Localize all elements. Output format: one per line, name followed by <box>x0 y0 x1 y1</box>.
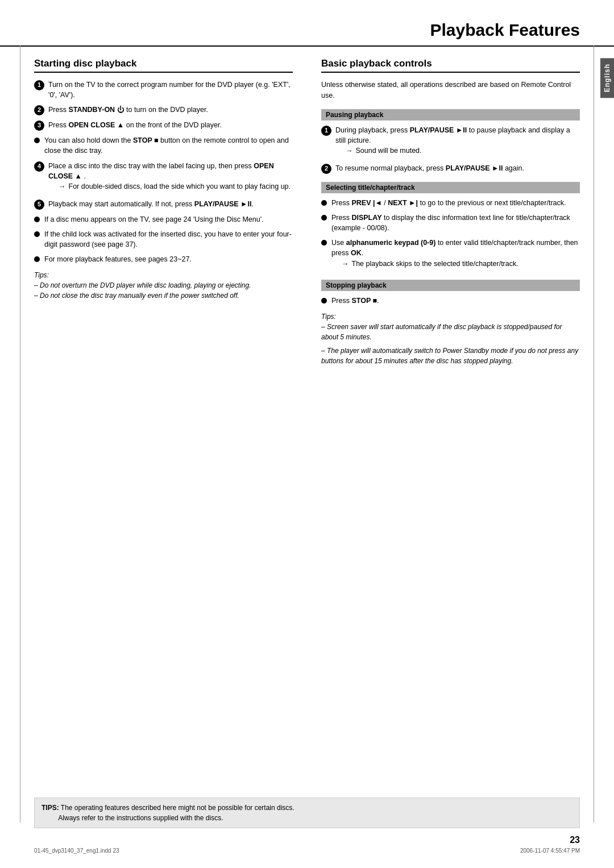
border-right <box>594 45 594 823</box>
bullet-icon <box>34 256 40 262</box>
list-item: 1 Turn on the TV to the correct program … <box>34 80 293 100</box>
tip-item: – Do not close the disc tray manually ev… <box>34 290 293 301</box>
list-item: For more playback features, see pages 23… <box>34 254 293 264</box>
item-text: Press STANDBY-ON ⏻ to turn on the DVD pl… <box>48 105 208 115</box>
subsection-pausing: Pausing playback <box>321 109 580 121</box>
footer-date: 2006-11-07 4:55:47 PM <box>520 848 580 854</box>
sub-arrow-item: → For double-sided discs, load the side … <box>48 181 293 192</box>
item-text: You can also hold down the STOP ■ button… <box>44 135 293 156</box>
right-column: English Basic playback controls Unless o… <box>316 47 580 366</box>
tips-section: Tips: – Do not overturn the DVD player w… <box>34 270 293 301</box>
sub-arrow-item: → The playback skips to the selected tit… <box>331 259 580 269</box>
footer-fileinfo: 01-45_dvp3140_37_eng1.indd 23 <box>34 848 119 854</box>
bullet-icon <box>34 217 40 222</box>
list-item: 2 Press STANDBY-ON ⏻ to turn on the DVD … <box>34 105 293 115</box>
right-section-heading: Basic playback controls <box>321 58 580 73</box>
content-area: Starting disc playback 1 Turn on the TV … <box>0 47 614 366</box>
bullet-icon <box>34 231 40 237</box>
item-text: Press DISPLAY to display the disc inform… <box>331 213 580 233</box>
list-item: You can also hold down the STOP ■ button… <box>34 135 293 156</box>
tips-label: Tips: <box>321 312 580 322</box>
number-badge: 2 <box>321 164 331 174</box>
item-text: Playback may start automatically. If not… <box>48 199 254 209</box>
item-text: Place a disc into the disc tray with the… <box>48 161 293 194</box>
number-badge: 1 <box>34 80 44 90</box>
page-title: Playback Features <box>34 20 580 40</box>
list-item: Use alphanumeric keypad (0-9) to enter v… <box>321 238 580 271</box>
item-text: If a disc menu appears on the TV, see pa… <box>44 214 264 225</box>
arrow-icon: → <box>59 181 66 192</box>
number-badge: 3 <box>34 121 44 131</box>
bullet-icon <box>321 200 327 206</box>
number-badge: 2 <box>34 105 44 115</box>
list-item: Press STOP ■. <box>321 296 580 306</box>
item-text: If the child lock was activated for the … <box>44 229 293 250</box>
arrow-text: Sound will be muted. <box>356 146 422 156</box>
bullet-icon <box>321 240 327 246</box>
page-title-bar: Playback Features <box>0 0 614 47</box>
footer-tips-bar: TIPS: The operating features described h… <box>34 798 580 828</box>
intro-text: Unless otherwise stated, all operations … <box>321 80 580 101</box>
left-column: Starting disc playback 1 Turn on the TV … <box>34 47 298 366</box>
item-text: For more playback features, see pages 23… <box>44 254 192 264</box>
item-text: Use alphanumeric keypad (0-9) to enter v… <box>331 238 580 271</box>
list-item: If a disc menu appears on the TV, see pa… <box>34 214 293 225</box>
page-number: 23 <box>570 835 580 845</box>
tips-bold-label: TIPS: <box>42 804 59 812</box>
list-item: 5 Playback may start automatically. If n… <box>34 199 293 210</box>
tip-item: – Do not overturn the DVD player while d… <box>34 280 293 290</box>
subsection-stopping: Stopping playback <box>321 280 580 291</box>
tip-item: – The player will automatically switch t… <box>321 346 580 366</box>
list-item: 3 Press OPEN CLOSE ▲ on the front of the… <box>34 120 293 131</box>
item-text: Turn on the TV to the correct program nu… <box>48 80 293 100</box>
bullet-icon <box>321 215 327 221</box>
bullet-icon <box>34 138 40 143</box>
footer-tips-text: The operating features described here mi… <box>42 804 294 822</box>
list-item: If the child lock was activated for the … <box>34 229 293 250</box>
tips-section-stopping: Tips: – Screen saver will start automati… <box>321 312 580 366</box>
item-text: Press STOP ■. <box>331 296 379 306</box>
item-text: To resume normal playback, press PLAY/PA… <box>335 163 524 173</box>
arrow-icon: → <box>342 259 349 269</box>
list-item: 2 To resume normal playback, press PLAY/… <box>321 163 580 174</box>
number-badge: 4 <box>34 161 44 172</box>
arrow-icon: → <box>346 146 353 156</box>
left-section-heading: Starting disc playback <box>34 58 293 73</box>
number-badge: 5 <box>34 200 44 210</box>
border-left <box>20 45 20 823</box>
item-text: Press PREV |◄ / NEXT ►| to go to the pre… <box>331 198 566 208</box>
list-item: Press PREV |◄ / NEXT ►| to go to the pre… <box>321 198 580 208</box>
tip-item: – Screen saver will start automatically … <box>321 322 580 342</box>
sub-arrow-item: → Sound will be muted. <box>335 146 580 156</box>
arrow-text: For double-sided discs, load the side wh… <box>69 181 291 192</box>
bullet-icon <box>321 298 327 304</box>
tips-label: Tips: <box>34 270 293 280</box>
list-item: Press DISPLAY to display the disc inform… <box>321 213 580 233</box>
number-badge: 1 <box>321 126 331 136</box>
list-item: 4 Place a disc into the disc tray with t… <box>34 161 293 194</box>
arrow-text: The playback skips to the selected title… <box>352 259 518 269</box>
english-tab: English <box>600 58 614 98</box>
list-item: 1 During playback, press PLAY/PAUSE ►II … <box>321 125 580 159</box>
item-text: Press OPEN CLOSE ▲ on the front of the D… <box>48 120 222 130</box>
page: Playback Features Starting disc playback… <box>0 0 614 868</box>
subsection-selecting: Selecting title/chapter/track <box>321 182 580 193</box>
item-text: During playback, press PLAY/PAUSE ►II to… <box>335 125 580 159</box>
